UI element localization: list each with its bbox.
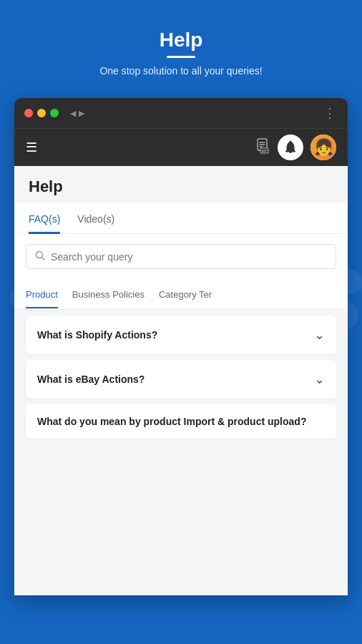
document-icon[interactable] bbox=[256, 138, 270, 157]
faq-question-3: What do you mean by product Import & pro… bbox=[37, 416, 325, 427]
faq-item-1[interactable]: What is Shopify Actions? ⌄ bbox=[26, 316, 336, 354]
browser-more-icon[interactable]: ⋮ bbox=[323, 105, 338, 121]
browser-titlebar: ◀ ▶ ⋮ bbox=[14, 98, 348, 128]
search-input[interactable] bbox=[51, 251, 327, 263]
navbar-right: 👧 bbox=[256, 135, 336, 160]
maximize-dot[interactable] bbox=[50, 109, 59, 117]
chevron-down-icon-1: ⌄ bbox=[314, 327, 325, 343]
content-area: Help FAQ(s) Video(s) Product Business P bbox=[14, 166, 348, 595]
faq-question-2: What is eBay Actions? bbox=[37, 374, 314, 385]
tab-faqs[interactable]: FAQ(s) bbox=[29, 203, 60, 234]
browser-controls: ◀ ▶ bbox=[24, 109, 84, 118]
forward-arrow[interactable]: ▶ bbox=[79, 109, 84, 118]
hero-subtitle: One stop solution to all your queries! bbox=[14, 65, 348, 77]
browser-window: ◀ ▶ ⋮ ☰ bbox=[14, 98, 348, 595]
hero-title: Help bbox=[14, 29, 348, 52]
chevron-down-icon-2: ⌄ bbox=[314, 371, 325, 387]
search-icon bbox=[35, 250, 45, 263]
faq-item-3[interactable]: What do you mean by product Import & pro… bbox=[26, 404, 336, 439]
faq-list: What is Shopify Actions? ⌄ What is eBay … bbox=[14, 308, 348, 446]
filter-tab-business[interactable]: Business Policies bbox=[72, 282, 145, 308]
close-dot[interactable] bbox=[24, 109, 33, 117]
user-avatar-button[interactable]: 👧 bbox=[310, 135, 336, 160]
main-tabs: FAQ(s) Video(s) bbox=[14, 203, 348, 234]
avatar-image: 👧 bbox=[310, 135, 336, 160]
hero-header: Help One stop solution to all your queri… bbox=[0, 0, 362, 91]
page-title: Help bbox=[29, 177, 333, 196]
back-arrow[interactable]: ◀ bbox=[70, 109, 76, 118]
browser-nav: ◀ ▶ bbox=[70, 109, 84, 118]
page-header: Help bbox=[14, 166, 348, 203]
search-box bbox=[26, 244, 336, 269]
tab-videos[interactable]: Video(s) bbox=[77, 203, 114, 234]
notification-bell-button[interactable] bbox=[278, 135, 303, 160]
faq-item-2[interactable]: What is eBay Actions? ⌄ bbox=[26, 360, 336, 399]
title-underline bbox=[167, 56, 195, 58]
filter-tab-category[interactable]: Category Ter bbox=[159, 282, 212, 308]
minimize-dot[interactable] bbox=[37, 109, 46, 117]
app-navbar: ☰ 👧 bbox=[14, 128, 348, 166]
faq-question-1: What is Shopify Actions? bbox=[37, 329, 314, 341]
filter-tab-product[interactable]: Product bbox=[26, 282, 58, 308]
svg-line-3 bbox=[42, 258, 45, 260]
filter-tabs: Product Business Policies Category Ter bbox=[14, 279, 348, 308]
hamburger-menu-icon[interactable]: ☰ bbox=[26, 140, 37, 155]
search-section bbox=[14, 234, 348, 279]
